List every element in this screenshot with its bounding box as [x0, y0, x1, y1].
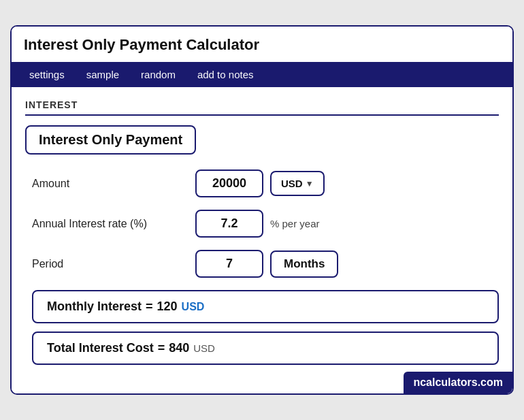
nav-sample[interactable]: sample	[76, 62, 130, 87]
currency-value: USD	[281, 178, 303, 189]
monthly-interest-label: Monthly Interest	[47, 300, 142, 314]
monthly-currency: USD	[182, 301, 205, 313]
page-title: Interest Only Payment Calculator	[24, 36, 500, 54]
rate-input[interactable]	[195, 210, 263, 238]
period-input[interactable]	[195, 250, 263, 278]
period-label: Period	[32, 258, 195, 270]
nav-add-to-notes[interactable]: add to notes	[186, 62, 265, 87]
content-area: INTEREST Interest Only Payment Amount US…	[12, 87, 512, 393]
amount-input[interactable]	[195, 169, 263, 197]
total-interest-label: Total Interest Cost	[47, 341, 154, 355]
total-currency: USD	[193, 342, 215, 354]
result-label: Interest Only Payment	[25, 125, 196, 155]
total-interest-box: Total Interest Cost = 840 USD	[32, 332, 499, 365]
branding-label: ncalculators.com	[404, 372, 512, 393]
monthly-interest-box: Monthly Interest = 120 USD	[32, 290, 499, 323]
rate-row: Annual Interest rate (%) % per year	[25, 210, 499, 238]
currency-arrow-icon: ▼	[306, 179, 314, 189]
period-row: Period Months	[25, 250, 499, 278]
monthly-equals: =	[146, 300, 153, 314]
nav-settings[interactable]: settings	[18, 62, 76, 87]
monthly-value: 120	[157, 300, 178, 314]
section-label: INTEREST	[25, 99, 499, 116]
amount-label: Amount	[32, 178, 195, 190]
title-bar: Interest Only Payment Calculator	[12, 27, 512, 62]
total-equals: =	[158, 341, 165, 355]
nav-random[interactable]: random	[130, 62, 186, 87]
calculator-container: Interest Only Payment Calculator setting…	[10, 25, 514, 395]
period-unit-selector[interactable]: Months	[270, 251, 338, 278]
rate-unit: % per year	[270, 218, 320, 229]
rate-label: Annual Interest rate (%)	[32, 218, 195, 230]
results-area: Monthly Interest = 120 USD Total Interes…	[25, 290, 499, 373]
nav-bar: settings sample random add to notes	[12, 62, 512, 87]
total-value: 840	[169, 341, 189, 355]
currency-selector[interactable]: USD ▼	[270, 171, 325, 196]
amount-row: Amount USD ▼	[25, 169, 499, 197]
